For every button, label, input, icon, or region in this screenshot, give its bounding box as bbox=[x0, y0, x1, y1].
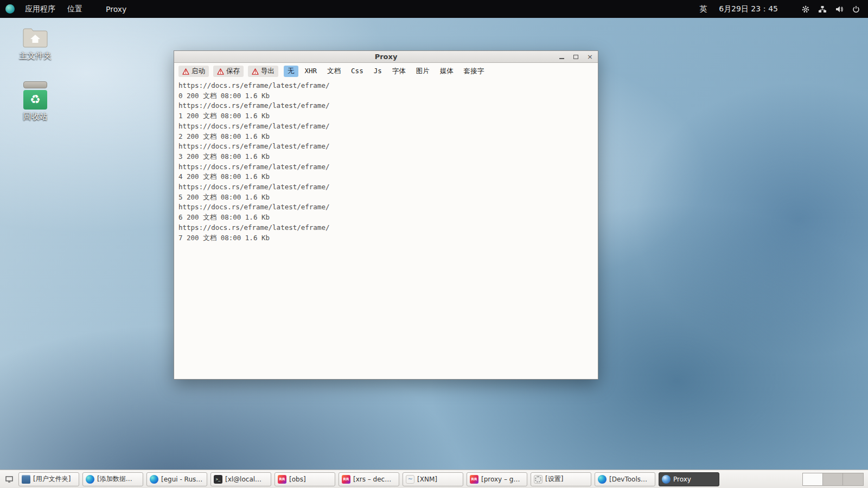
clock[interactable]: 6月29日 23：45 bbox=[719, 4, 778, 14]
taskbar-item[interactable]: [XNM] bbox=[403, 472, 463, 486]
toolbar-action-button[interactable]: 保存 bbox=[213, 66, 244, 77]
taskbar-item-label: [用户文件夹] bbox=[33, 474, 71, 484]
desktop-icon-label: 回收站 bbox=[11, 112, 60, 122]
taskbar-item-label: [proxy – g… bbox=[481, 476, 520, 483]
proxy-icon bbox=[662, 475, 671, 484]
browser-icon bbox=[86, 475, 94, 484]
request-row[interactable]: https://docs.rs/eframe/latest/eframe/ 4 … bbox=[178, 162, 593, 182]
request-meta: 4 200 文档 08:00 1.6 Kb bbox=[178, 172, 593, 182]
workspace-3[interactable] bbox=[843, 473, 863, 485]
top-panel: 应用程序 位置 Proxy 英 6月29日 23：45 bbox=[0, 0, 868, 18]
xnm-icon bbox=[406, 475, 414, 484]
taskbar-item-label: Proxy bbox=[673, 476, 691, 483]
active-app-name[interactable]: Proxy bbox=[100, 5, 132, 14]
filter-tab[interactable]: 图片 bbox=[412, 66, 433, 77]
taskbar-item-label: [XNM] bbox=[417, 476, 437, 483]
taskbar-item[interactable]: [设置] bbox=[531, 472, 591, 486]
request-row[interactable]: https://docs.rs/eframe/latest/eframe/ 3 … bbox=[178, 142, 593, 162]
request-url: https://docs.rs/eframe/latest/eframe/ bbox=[178, 81, 593, 91]
show-desktop-button[interactable] bbox=[4, 474, 14, 484]
desktop-wallpaper: { "topbar": { "menus": ["应用程序", "位置"], "… bbox=[0, 0, 868, 488]
recycle-icon: ♻ bbox=[23, 90, 47, 110]
minimize-button[interactable] bbox=[558, 53, 565, 60]
workspace-1[interactable] bbox=[803, 473, 823, 485]
request-meta: 5 200 文档 08:00 1.6 Kb bbox=[178, 192, 593, 203]
filter-tab[interactable]: 媒体 bbox=[436, 66, 457, 77]
filter-tab[interactable]: Js bbox=[370, 66, 386, 77]
filter-tab[interactable]: 套接字 bbox=[460, 66, 488, 77]
request-row[interactable]: https://docs.rs/eframe/latest/eframe/ 5 … bbox=[178, 182, 593, 202]
distro-logo-icon[interactable] bbox=[5, 4, 15, 14]
request-meta: 3 200 文档 08:00 1.6 Kb bbox=[178, 152, 593, 162]
power-icon[interactable] bbox=[851, 4, 860, 14]
taskbar-item-label: [设置] bbox=[545, 474, 563, 484]
filter-tab[interactable]: 文档 bbox=[323, 66, 344, 77]
window-title: Proxy bbox=[174, 53, 598, 61]
request-url: https://docs.rs/eframe/latest/eframe/ bbox=[178, 121, 593, 132]
request-row[interactable]: https://docs.rs/eframe/latest/eframe/ 0 … bbox=[178, 81, 593, 101]
menu-applications[interactable]: 应用程序 bbox=[19, 4, 61, 14]
taskbar-item[interactable]: [proxy – g… bbox=[467, 472, 527, 486]
taskbar: [用户文件夹] [添加数据… [egui - Rus… [xl@local… [… bbox=[0, 470, 868, 488]
filter-tab[interactable]: XHR bbox=[301, 66, 321, 77]
request-url: https://docs.rs/eframe/latest/eframe/ bbox=[178, 162, 593, 172]
desktop-icon-trash[interactable]: ♻ 回收站 bbox=[11, 81, 60, 122]
taskbar-item-label: [添加数据… bbox=[97, 474, 132, 484]
trash-lid-icon bbox=[23, 81, 47, 88]
home-folder-icon bbox=[22, 26, 48, 49]
taskbar-item-label: [obs] bbox=[289, 476, 306, 483]
request-meta: 0 200 文档 08:00 1.6 Kb bbox=[178, 91, 593, 101]
warning-icon bbox=[217, 68, 224, 75]
request-row[interactable]: https://docs.rs/eframe/latest/eframe/ 6 … bbox=[178, 202, 593, 222]
folder-icon bbox=[22, 475, 30, 484]
request-list: https://docs.rs/eframe/latest/eframe/ 0 … bbox=[174, 79, 598, 379]
taskbar-item[interactable]: [xl@local… bbox=[210, 472, 271, 486]
input-method-indicator[interactable]: 英 bbox=[699, 4, 707, 14]
toolbar-action-button[interactable]: 导出 bbox=[248, 66, 278, 77]
filter-tab[interactable]: Css bbox=[347, 66, 367, 77]
desktop-icon-home[interactable]: 主文件夹 bbox=[11, 26, 60, 61]
taskbar-item[interactable]: [egui - Rus… bbox=[146, 472, 207, 486]
volume-icon[interactable] bbox=[834, 4, 844, 14]
taskbar-item[interactable]: [obs] bbox=[275, 472, 335, 486]
taskbar-item[interactable]: [xrs – dec… bbox=[339, 472, 399, 486]
filter-tab[interactable]: 无 bbox=[284, 66, 298, 77]
window-titlebar[interactable]: Proxy × bbox=[174, 51, 598, 63]
request-meta: 7 200 文档 08:00 1.6 Kb bbox=[178, 233, 593, 243]
toolbar-action-button[interactable]: 启动 bbox=[178, 66, 209, 77]
filter-tab[interactable]: 字体 bbox=[388, 66, 410, 77]
toolbar-action-label: 启动 bbox=[192, 67, 205, 76]
taskbar-item-label: [egui - Rus… bbox=[161, 476, 202, 483]
request-url: https://docs.rs/eframe/latest/eframe/ bbox=[178, 223, 593, 233]
taskbar-item-label: [xl@local… bbox=[225, 476, 261, 483]
network-icon[interactable] bbox=[818, 4, 827, 14]
request-meta: 2 200 文档 08:00 1.6 Kb bbox=[178, 132, 593, 142]
proxy-window: Proxy × 启动 bbox=[174, 50, 598, 380]
request-row[interactable]: https://docs.rs/eframe/latest/eframe/ 1 … bbox=[178, 101, 593, 121]
workspace-switcher bbox=[802, 473, 864, 486]
taskbar-item[interactable]: [添加数据… bbox=[82, 472, 143, 486]
browser-icon bbox=[598, 475, 607, 484]
taskbar-item-label: [DevTools… bbox=[609, 476, 647, 483]
taskbar-item[interactable]: [DevTools… bbox=[595, 472, 655, 486]
terminal-icon bbox=[214, 475, 222, 484]
settings-icon[interactable] bbox=[801, 4, 810, 14]
request-url: https://docs.rs/eframe/latest/eframe/ bbox=[178, 101, 593, 111]
taskbar-item[interactable]: [用户文件夹] bbox=[18, 472, 79, 486]
maximize-button[interactable] bbox=[572, 53, 579, 60]
browser-icon bbox=[150, 475, 158, 484]
taskbar-item[interactable]: Proxy bbox=[659, 472, 719, 486]
request-row[interactable]: https://docs.rs/eframe/latest/eframe/ 7 … bbox=[178, 223, 593, 243]
rustrover-icon bbox=[470, 475, 478, 484]
workspace-2[interactable] bbox=[823, 473, 843, 485]
request-url: https://docs.rs/eframe/latest/eframe/ bbox=[178, 202, 593, 213]
rustrover-icon bbox=[342, 475, 350, 484]
toolbar-action-label: 导出 bbox=[261, 67, 275, 76]
request-row[interactable]: https://docs.rs/eframe/latest/eframe/ 2 … bbox=[178, 121, 593, 142]
request-meta: 6 200 文档 08:00 1.6 Kb bbox=[178, 213, 593, 223]
request-url: https://docs.rs/eframe/latest/eframe/ bbox=[178, 142, 593, 152]
menu-places[interactable]: 位置 bbox=[61, 4, 88, 14]
taskbar-item-label: [xrs – dec… bbox=[353, 476, 391, 483]
close-button[interactable]: × bbox=[586, 53, 593, 60]
rustrover-icon bbox=[278, 475, 286, 484]
